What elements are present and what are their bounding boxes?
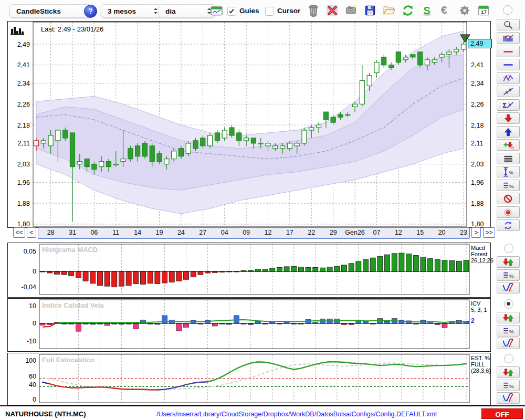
y-axis-label-right: 1,88 [471, 200, 484, 207]
calendar-icon[interactable]: 17 [477, 4, 490, 17]
y-axis-label-right: 2,26 [471, 101, 484, 108]
axis-tick-label: 40 [29, 381, 36, 388]
toolbar: CandleSticks ? 3 mesos dia Guies Cursor … [0, 0, 525, 21]
panel-1-stoch-curve-button[interactable] [497, 282, 520, 293]
forbid-button[interactable] [497, 193, 520, 204]
axis-tick-label: 60 [29, 373, 36, 380]
refresh-icon[interactable] [402, 4, 414, 17]
fast-forward-button[interactable]: >> [483, 227, 495, 238]
x-tick-label: 12 [265, 229, 272, 236]
back-button[interactable]: < [27, 227, 36, 238]
sum-trendline-button[interactable]: Σ [497, 99, 520, 111]
x-tick-label: 07 [373, 229, 380, 236]
y-axis-label-right: 1,96 [471, 179, 484, 186]
chart-window-icon[interactable] [210, 5, 223, 18]
icv-watermark: Indice Calidad Vela [42, 301, 104, 309]
x-tick-label: 31 [69, 229, 76, 236]
svg-text:€: € [441, 4, 447, 16]
toolbar-radio[interactable] [503, 5, 512, 15]
delete-x-icon[interactable] [326, 4, 339, 17]
panel-3-stoch-curve-button[interactable] [497, 392, 520, 404]
add-marker-button[interactable] [497, 139, 520, 151]
fast-back-button[interactable]: << [13, 227, 25, 238]
y-axis-label-right: 2,18 [471, 122, 484, 129]
axis-tick-label: 0,05 [24, 248, 36, 255]
panel-1-up-down-arrows-button[interactable] [497, 256, 520, 268]
macd-watermark: Histgrama MACD [42, 246, 98, 254]
question-icon: ? [88, 7, 93, 15]
x-tick-label: 22 [308, 229, 315, 236]
x-tick-label: 12 [395, 229, 402, 236]
svg-text:%: % [509, 183, 514, 189]
arrow-up-button[interactable] [497, 126, 520, 138]
guies-checkbox[interactable] [227, 7, 236, 16]
y-axis-label-right: 2,03 [471, 161, 484, 168]
sync-icon[interactable]: S [421, 4, 433, 17]
interval-select[interactable]: dia [159, 4, 215, 18]
svg-text:%: % [509, 273, 514, 279]
panel-3-lines-percent-button[interactable]: % [497, 380, 520, 391]
panel-3-radio[interactable] [504, 354, 513, 363]
record-button[interactable] [497, 206, 520, 218]
y-axis-label-left: 2,34 [17, 80, 30, 87]
axis-tick-label: -10 [27, 338, 36, 345]
reload-button[interactable] [497, 219, 520, 231]
stochastic-right-label: EST. % FULL (28,3,6) [471, 355, 491, 374]
panel-1-lines-percent-button[interactable]: % [497, 269, 520, 281]
lines-percent-button[interactable]: % [497, 180, 520, 191]
icv-current-value: 2 [471, 317, 475, 324]
panel-2-radio[interactable] [504, 299, 513, 309]
open-folder-icon[interactable] [383, 4, 395, 17]
save-icon[interactable] [364, 4, 376, 17]
chevron-updown-icon [153, 7, 158, 15]
macd-right-label: Macd Forest 26,12,26 [471, 245, 494, 264]
help-button[interactable]: ? [84, 5, 97, 18]
panel-3-up-down-arrows-button[interactable] [497, 366, 520, 378]
main-chart-plot[interactable]: 2,492,412,412,342,342,262,262,182,182,11… [8, 22, 490, 227]
x-tick-label: 09 [243, 229, 250, 236]
red-hline-button[interactable] [497, 46, 520, 57]
stochastic-watermark: Full Estocastico [42, 356, 94, 364]
x-tick-label: 11 [112, 229, 119, 236]
panel-1-radio[interactable] [504, 244, 513, 253]
trendline-button[interactable] [497, 86, 520, 97]
blue-hline-button[interactable] [497, 59, 520, 70]
y-axis-label-right: 1,80 [471, 220, 484, 227]
last-price-label: Last: 2.49 - 23/01/26 [41, 25, 103, 33]
range-value: 3 mesos [108, 7, 136, 15]
check-icon [228, 8, 235, 14]
snapshot-icon[interactable] [345, 4, 358, 17]
cursor-checkbox[interactable] [265, 7, 274, 16]
forward-button[interactable]: > [471, 227, 481, 238]
levels-button[interactable] [497, 153, 520, 164]
zoom-button[interactable] [497, 19, 520, 30]
histogram-icon [11, 29, 13, 34]
svg-text:%: % [509, 329, 514, 334]
range-percent-button[interactable]: % [497, 166, 520, 177]
trash-icon[interactable] [307, 4, 320, 17]
y-axis-label-left: 2,49 [17, 41, 30, 48]
x-tick-label: 15 [416, 229, 424, 236]
off-button[interactable]: OFF [481, 408, 523, 419]
y-axis-label-left: 2,41 [17, 61, 30, 69]
settings-gear-icon[interactable] [458, 4, 471, 17]
icv-right-label: ICV 5, 3, 1 [471, 300, 487, 313]
range-select[interactable]: 3 mesos [101, 4, 162, 18]
cursor-label: Cursor [277, 7, 300, 15]
y-axis-label-left: 1,96 [17, 179, 30, 186]
axis-tick-label: 10 [29, 302, 36, 310]
panel-2-lines-percent-button[interactable]: % [497, 325, 520, 337]
svg-text:S: S [423, 5, 430, 16]
arrow-down-button[interactable] [497, 112, 520, 124]
price-pane-button[interactable] [497, 32, 520, 44]
zigzag-channel-button[interactable] [497, 72, 520, 84]
x-tick-label: 27 [199, 229, 206, 236]
x-tick-label: 28 [47, 229, 55, 236]
euro-icon[interactable]: €€ [439, 4, 452, 17]
y-axis-label-right: 2,11 [471, 140, 483, 147]
y-axis-label-left: 1,80 [17, 220, 30, 227]
chart-type-select[interactable]: CandleSticks [9, 4, 92, 18]
panel-2-up-down-arrows-button[interactable] [497, 312, 520, 323]
panel-2-stoch-curve-button[interactable] [497, 338, 520, 349]
x-tick-label: 14 [134, 229, 141, 236]
